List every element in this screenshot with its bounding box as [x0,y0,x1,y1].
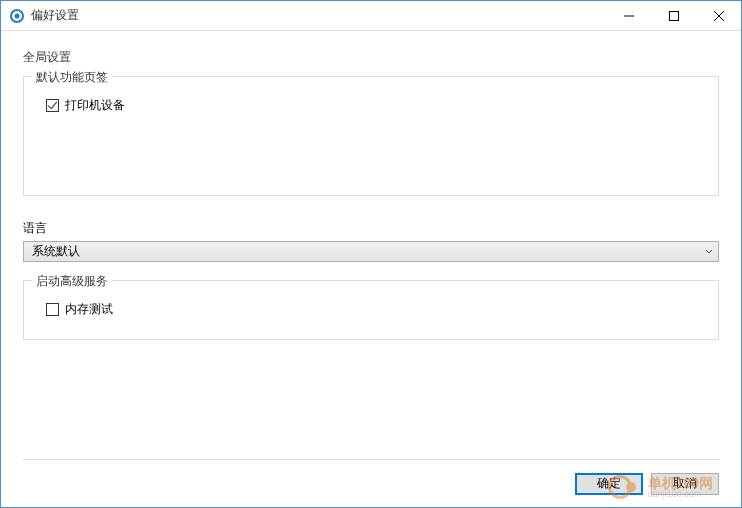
ok-button-label: 确定 [597,475,621,492]
svg-rect-3 [669,11,678,20]
advanced-service-group: 启动高级服务 内存测试 [23,280,719,340]
memory-test-checkbox[interactable] [46,303,59,316]
printer-device-row: 打印机设备 [46,97,704,114]
svg-point-1 [15,13,20,18]
window-controls [606,1,741,30]
default-tab-legend: 默认功能页签 [32,69,112,86]
app-icon [9,8,25,24]
language-section: 语言 系统默认 [23,220,719,262]
default-tab-group: 默认功能页签 打印机设备 [23,76,719,196]
window-title: 偏好设置 [31,7,606,24]
global-section-title: 全局设置 [23,49,719,66]
cancel-button-label: 取消 [673,475,697,492]
memory-test-label: 内存测试 [65,301,113,318]
ok-button[interactable]: 确定 [575,473,643,495]
language-label: 语言 [23,220,719,237]
dialog-footer: 确定 取消 [23,459,719,507]
advanced-service-legend: 启动高级服务 [32,273,112,290]
memory-test-row: 内存测试 [46,301,704,318]
minimize-button[interactable] [606,1,651,30]
cancel-button[interactable]: 取消 [651,473,719,495]
printer-device-checkbox[interactable] [46,99,59,112]
language-selected-value: 系统默认 [32,243,80,260]
language-select[interactable]: 系统默认 [23,241,719,262]
close-button[interactable] [696,1,741,30]
content-area: 全局设置 默认功能页签 打印机设备 语言 系统默认 启动高级服务 内存测试 [1,31,741,459]
printer-device-label: 打印机设备 [65,97,125,114]
maximize-button[interactable] [651,1,696,30]
titlebar: 偏好设置 [1,1,741,31]
language-select-wrapper: 系统默认 [23,241,719,262]
